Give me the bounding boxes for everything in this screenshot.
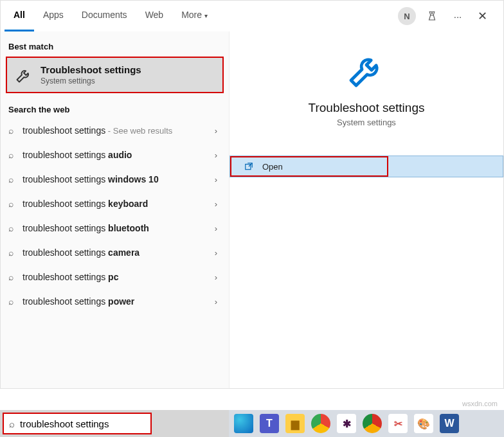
taskbar-paint-icon[interactable]: 🎨	[414, 414, 433, 433]
preview-title: Troubleshoot settings	[309, 101, 425, 115]
search-box[interactable]: ⌕	[3, 413, 152, 434]
web-results-label: Search the web	[1, 94, 229, 118]
search-icon: ⌕	[8, 223, 22, 233]
close-icon[interactable]: ✕	[475, 9, 489, 23]
search-icon: ⌕	[8, 174, 22, 184]
taskbar-chrome-icon[interactable]	[311, 414, 330, 433]
web-result[interactable]: ⌕ troubleshoot settings bluetooth ›	[1, 216, 229, 240]
chevron-right-icon: ›	[211, 248, 221, 258]
action-row: Open	[230, 156, 503, 177]
tab-more[interactable]: More▾	[172, 1, 217, 31]
search-icon: ⌕	[9, 418, 15, 429]
wrench-icon	[15, 66, 33, 84]
wrench-icon	[346, 49, 387, 91]
web-result[interactable]: ⌕ troubleshoot settings pc ›	[1, 265, 229, 289]
rewards-icon[interactable]	[426, 10, 440, 22]
web-result[interactable]: ⌕ troubleshoot settings power ›	[1, 289, 229, 314]
chevron-right-icon: ›	[211, 272, 221, 282]
search-input[interactable]	[20, 418, 145, 429]
web-result[interactable]: ⌕ troubleshoot settings windows 10 ›	[1, 167, 229, 192]
web-result[interactable]: ⌕ troubleshoot settings - See web result…	[1, 118, 229, 143]
search-panel: All Apps Documents Web More▾ N ··· ✕ Bes…	[0, 0, 504, 389]
taskbar-explorer-icon[interactable]: ▆	[285, 414, 305, 433]
best-match-title: Troubleshoot settings	[40, 64, 141, 75]
web-result[interactable]: ⌕ troubleshoot settings camera ›	[1, 240, 229, 265]
taskbar-teams-icon[interactable]: T	[260, 414, 279, 433]
filter-tabs: All Apps Documents Web More▾ N ··· ✕	[1, 1, 503, 31]
search-icon: ⌕	[8, 247, 22, 258]
preview-pane: Troubleshoot settings System settings Op…	[230, 31, 503, 388]
tab-web[interactable]: Web	[136, 1, 173, 31]
best-match-label: Best match	[1, 31, 229, 55]
taskbar-slack-icon[interactable]: ✱	[337, 414, 356, 433]
preview-subtitle: System settings	[337, 118, 396, 127]
taskbar-snip-icon[interactable]: ✂	[388, 414, 408, 433]
search-icon: ⌕	[8, 272, 22, 282]
open-button[interactable]: Open	[230, 156, 388, 177]
search-icon: ⌕	[8, 150, 22, 160]
header-right: N ··· ✕	[398, 7, 500, 25]
results-list: Best match Troubleshoot settings System …	[1, 31, 230, 388]
search-bar-strip: ⌕	[0, 410, 229, 437]
taskbar: T ▆ ✱ ✂ 🎨 W	[229, 410, 504, 437]
chevron-down-icon: ▾	[204, 12, 208, 19]
taskbar-word-icon[interactable]: W	[440, 414, 459, 433]
search-icon: ⌕	[8, 199, 22, 209]
more-icon[interactable]: ···	[451, 11, 465, 22]
chevron-right-icon: ›	[211, 224, 221, 233]
search-icon: ⌕	[8, 125, 22, 136]
svg-point-0	[431, 13, 433, 14]
taskbar-edge-icon[interactable]	[234, 414, 253, 433]
taskbar-chrome-canary-icon[interactable]	[363, 414, 382, 433]
chevron-right-icon: ›	[211, 175, 221, 184]
search-icon: ⌕	[8, 296, 22, 307]
web-result[interactable]: ⌕ troubleshoot settings audio ›	[1, 143, 229, 167]
chevron-right-icon: ›	[211, 150, 221, 160]
best-match-subtitle: System settings	[40, 76, 141, 85]
avatar[interactable]: N	[398, 7, 416, 25]
chevron-right-icon: ›	[211, 126, 221, 136]
open-icon	[244, 162, 253, 171]
chevron-right-icon: ›	[211, 297, 221, 307]
chevron-right-icon: ›	[211, 199, 221, 209]
open-label: Open	[262, 162, 283, 172]
watermark: wsxdn.com	[462, 400, 498, 407]
best-match-item[interactable]: Troubleshoot settings System settings	[6, 57, 224, 93]
tab-documents[interactable]: Documents	[73, 1, 136, 31]
tab-apps[interactable]: Apps	[34, 1, 73, 31]
web-result[interactable]: ⌕ troubleshoot settings keyboard ›	[1, 192, 229, 216]
tab-all[interactable]: All	[4, 1, 34, 31]
